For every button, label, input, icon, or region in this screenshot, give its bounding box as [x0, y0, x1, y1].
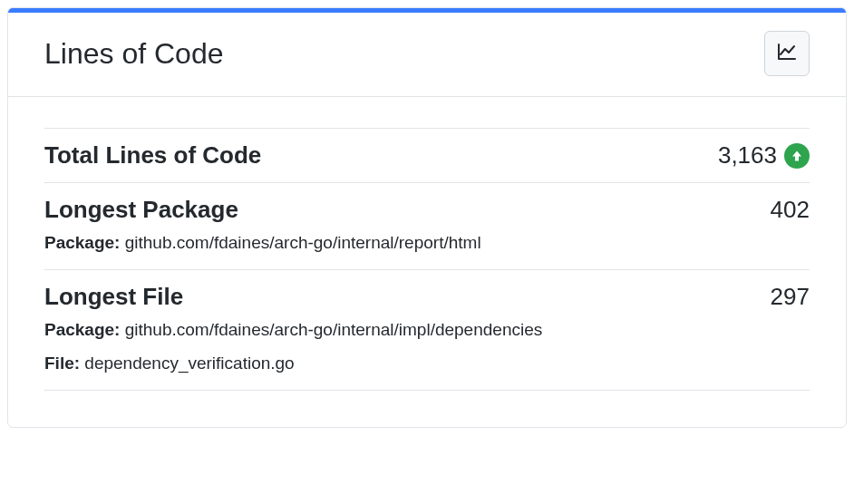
metric-value-wrap: 3,163: [718, 141, 810, 170]
metric-value-wrap: 402: [771, 196, 810, 224]
lines-of-code-card: Lines of Code Total Lines of Code 3,163: [7, 7, 847, 428]
sub-key-package: Package:: [44, 320, 120, 339]
metric-sub-file: File: dependency_verification.go: [44, 350, 810, 377]
chart-toggle-button[interactable]: [764, 31, 810, 76]
sub-val-file: dependency_verification.go: [84, 354, 294, 373]
sub-val-package: github.com/fdaines/arch-go/internal/impl…: [125, 320, 543, 339]
metric-longest-package: Longest Package 402 Package: github.com/…: [44, 183, 810, 270]
metric-value: 297: [771, 283, 810, 311]
metric-value: 402: [771, 196, 810, 224]
metric-label: Longest Package: [44, 196, 238, 224]
metric-label: Longest File: [44, 283, 183, 311]
sub-key-file: File:: [44, 354, 80, 373]
metric-value: 3,163: [718, 141, 777, 170]
metric-total-lines: Total Lines of Code 3,163: [44, 128, 810, 183]
metric-row-top: Longest Package 402: [44, 196, 810, 224]
chart-icon: [776, 41, 798, 66]
card-title: Lines of Code: [44, 37, 223, 71]
metric-longest-file: Longest File 297 Package: github.com/fda…: [44, 270, 810, 391]
metric-sub-package: Package: github.com/fdaines/arch-go/inte…: [44, 229, 810, 257]
metric-label: Total Lines of Code: [44, 141, 261, 170]
sub-val-package: github.com/fdaines/arch-go/internal/repo…: [125, 233, 481, 252]
trend-up-icon: [784, 143, 810, 169]
metric-sub-package: Package: github.com/fdaines/arch-go/inte…: [44, 316, 810, 344]
sub-key-package: Package:: [44, 233, 120, 252]
card-body: Total Lines of Code 3,163 Longest Packag…: [8, 97, 846, 427]
metric-row-top: Total Lines of Code 3,163: [44, 141, 810, 170]
metric-row-top: Longest File 297: [44, 283, 810, 311]
card-header: Lines of Code: [8, 13, 846, 97]
metric-value-wrap: 297: [771, 283, 810, 311]
